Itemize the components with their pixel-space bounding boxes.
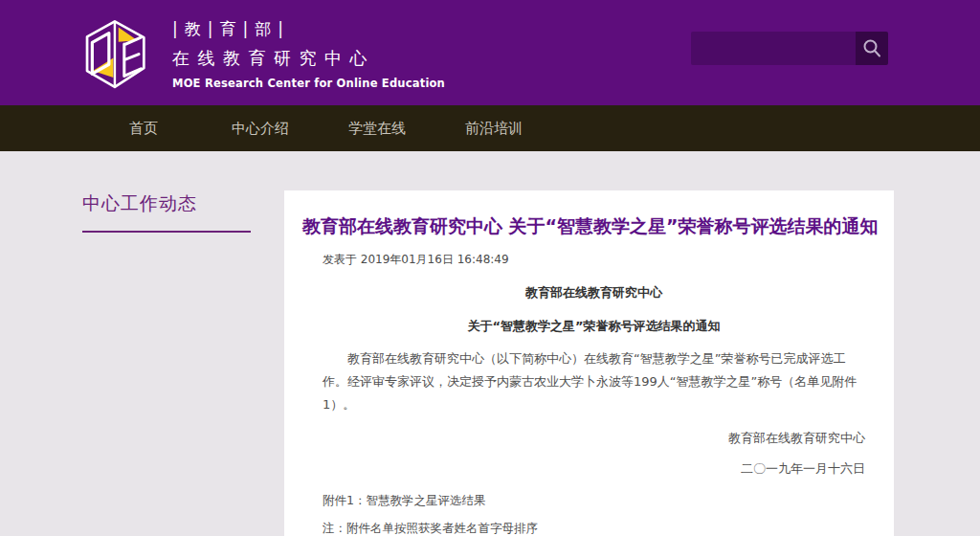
doc-signature: 教育部在线教育研究中心 (323, 430, 865, 447)
article-title: 教育部在线教育研究中心 关于“智慧教学之星”荣誉称号评选结果的通知 (302, 214, 875, 238)
sidebar-title-underline (82, 231, 251, 233)
content-panel: 教育部在线教育研究中心 关于“智慧教学之星”荣誉称号评选结果的通知 发表于 20… (284, 190, 894, 536)
doc-note-line: 注：附件名单按照获奖者姓名首字母排序 (323, 521, 865, 536)
search-input[interactable] (691, 32, 856, 65)
brand-title-cn: |教|育|部| (172, 18, 445, 40)
sidebar-title: 中心工作动态 (82, 191, 255, 216)
doc-attachment-line: 附件1：智慧教学之星评选结果 (323, 493, 865, 509)
moe-cube-logo (84, 10, 157, 100)
brand-subtitle-en: MOE Research Center for Online Education (172, 77, 445, 90)
article-body: 教育部在线教育研究中心 关于“智慧教学之星”荣誉称号评选结果的通知 教育部在线教… (323, 284, 865, 536)
doc-signature-date: 二〇一九年一月十六日 (323, 460, 865, 478)
site-header: |教|育|部| 在线教育研究中心 MOE Research Center for… (0, 0, 980, 105)
main-nav: 首页 中心介绍 学堂在线 前沿培训 (0, 105, 980, 151)
nav-item-home[interactable]: 首页 (85, 105, 202, 151)
page-body: 中心工作动态 教育部在线教育研究中心 关于“智慧教学之星”荣誉称号评选结果的通知… (0, 151, 980, 536)
doc-heading-org: 教育部在线教育研究中心 (323, 284, 865, 302)
brand-subtitle-cn: 在线教育研究中心 (172, 47, 445, 70)
sidebar: 中心工作动态 (82, 191, 255, 233)
nav-item-xuetang-online[interactable]: 学堂在线 (319, 105, 435, 151)
nav-item-frontier-training[interactable]: 前沿培训 (435, 105, 552, 151)
search-icon (861, 38, 882, 59)
search-button[interactable] (856, 32, 888, 65)
brand-text: |教|育|部| 在线教育研究中心 MOE Research Center for… (172, 10, 445, 90)
nav-item-center-intro[interactable]: 中心介绍 (202, 105, 319, 151)
doc-paragraph: 教育部在线教育研究中心（以下简称中心）在线教育“智慧教学之星”荣誉称号已完成评选… (323, 347, 865, 416)
article-published-date: 发表于 2019年01月16日 16:48:49 (323, 252, 875, 268)
doc-heading-subject: 关于“智慧教学之星”荣誉称号评选结果的通知 (323, 318, 865, 335)
logo-letter-e (124, 37, 141, 76)
brand-link[interactable]: |教|育|部| 在线教育研究中心 MOE Research Center for… (84, 10, 445, 100)
search-bar (691, 32, 888, 65)
